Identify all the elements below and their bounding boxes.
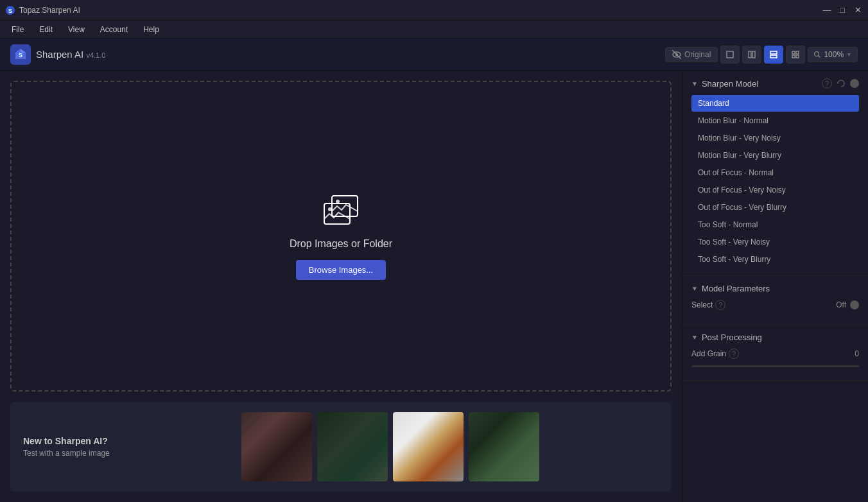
sample-img-portrait[interactable] [241,412,312,481]
zoom-chevron: ▼ [846,51,852,58]
single-view-icon [725,50,734,59]
view-split-v-btn[interactable] [742,46,761,64]
model-soft-noisy[interactable]: Too Soft - Very Noisy [691,234,859,250]
window-title: Topaz Sharpen AI [19,6,80,15]
model-parameters-section: ▼ Model Parameters Select ? Off [682,276,868,325]
titlebar: S Topaz Sharpen AI — □ ✕ [0,0,868,21]
add-grain-slider-row [691,365,859,367]
sample-images [123,412,659,481]
sharpen-model-toggle[interactable]: ▼ [691,80,698,87]
sharpen-model-header: ▼ Sharpen Model ? [691,78,859,89]
sample-img-owl[interactable] [317,412,388,481]
fox-preview [393,412,464,481]
model-motion-normal[interactable]: Motion Blur - Normal [691,112,859,129]
model-focus-blurry[interactable]: Out of Focus - Very Blurry [691,199,859,216]
drop-images-icon [320,193,361,228]
sample-title: New to Sharpen AI? [23,436,110,446]
portrait-preview [241,412,312,481]
select-toggle[interactable] [850,300,859,309]
original-label: Original [684,50,711,59]
zoom-control[interactable]: 100% ▼ [808,47,858,62]
sharpen-model-section: ▼ Sharpen Model ? Standard Motion Blur -… [682,71,868,276]
app-version: v4.1.0 [86,51,105,59]
model-soft-blurry[interactable]: Too Soft - Very Blurry [691,251,859,268]
svg-rect-11 [792,51,795,54]
svg-rect-10 [770,55,777,58]
app-logo: S Sharpen AI v4.1.0 [10,44,105,65]
sharpen-model-toggle-dot[interactable] [850,79,859,88]
canvas-area: Drop Images or Folder Browse Images... N… [0,71,682,502]
sample-img-car[interactable] [469,412,539,481]
select-help[interactable]: ? [715,300,725,310]
sample-text: New to Sharpen AI? Test with a sample im… [23,436,110,458]
split-h-icon [769,50,778,59]
svg-text:S: S [19,52,22,58]
topbar-controls: Original [665,46,858,64]
app-layout: S Sharpen AI v4.1.0 Original [0,39,868,502]
split-v-icon [747,50,756,59]
sharpen-model-refresh[interactable] [836,78,846,89]
model-motion-blurry[interactable]: Motion Blur - Very Blurry [691,147,859,164]
add-grain-row: Add Grain ? 0 [691,349,859,359]
svg-point-20 [328,207,332,211]
close-button[interactable]: ✕ [853,5,863,15]
add-grain-value: 0 [855,349,859,358]
svg-line-5 [672,50,681,59]
model-focus-normal[interactable]: Out of Focus - Normal [691,164,859,181]
logo-icon: S [10,44,31,65]
right-panel: ▼ Sharpen Model ? Standard Motion Blur -… [682,71,868,502]
svg-line-16 [819,55,820,57]
menu-edit[interactable]: Edit [33,23,59,36]
add-grain-help[interactable]: ? [729,349,739,359]
zoom-level: 100% [824,50,844,59]
svg-rect-9 [770,51,777,54]
svg-rect-7 [749,51,751,58]
maximize-button[interactable]: □ [837,5,847,15]
sample-subtitle: Test with a sample image [23,449,110,458]
view-single-btn[interactable] [720,46,740,64]
main-content: Drop Images or Folder Browse Images... N… [0,71,868,502]
menu-help[interactable]: Help [137,23,166,36]
quad-view-icon [791,50,800,59]
select-right: Off [836,300,859,309]
model-parameters-header: ▼ Model Parameters [691,284,859,293]
zoom-icon [813,51,821,58]
sample-panel: New to Sharpen AI? Test with a sample im… [10,402,672,492]
menu-view[interactable]: View [62,23,91,36]
model-soft-normal[interactable]: Too Soft - Normal [691,216,859,233]
browse-button[interactable]: Browse Images... [296,260,386,280]
original-toggle[interactable]: Original [665,47,718,62]
drop-zone[interactable]: Drop Images or Folder Browse Images... [10,81,672,392]
titlebar-controls: — □ ✕ [822,5,863,15]
select-label: Select ? [691,300,725,310]
model-motion-noisy[interactable]: Motion Blur - Very Noisy [691,130,859,146]
svg-point-15 [815,51,819,56]
topbar: S Sharpen AI v4.1.0 Original [0,39,868,71]
svg-rect-12 [796,51,799,54]
app-icon: S [5,5,15,15]
svg-rect-8 [752,51,755,58]
owl-preview [317,412,388,481]
app-name: Sharpen AI v4.1.0 [36,49,105,60]
titlebar-left: S Topaz Sharpen AI [5,5,80,15]
add-grain-label: Add Grain ? [691,349,739,359]
menu-account[interactable]: Account [94,23,134,36]
post-processing-toggle[interactable]: ▼ [691,334,698,341]
add-grain-slider[interactable] [691,365,859,367]
minimize-button[interactable]: — [822,5,832,15]
sample-img-fox[interactable] [393,412,464,481]
car-preview [469,412,539,481]
svg-rect-6 [727,51,733,58]
model-focus-noisy[interactable]: Out of Focus - Very Noisy [691,182,859,198]
view-quad-btn[interactable] [786,46,805,64]
svg-text:S: S [8,8,12,14]
sharpen-model-help[interactable]: ? [822,78,832,89]
menubar: File Edit View Account Help [0,21,868,39]
model-standard[interactable]: Standard [691,95,859,112]
model-parameters-title: Model Parameters [702,284,859,293]
menu-file[interactable]: File [5,23,30,36]
view-split-h-btn[interactable] [764,46,783,64]
post-processing-section: ▼ Post Processing Add Grain ? 0 [682,325,868,381]
eye-icon [672,50,681,59]
model-parameters-toggle[interactable]: ▼ [691,285,698,292]
